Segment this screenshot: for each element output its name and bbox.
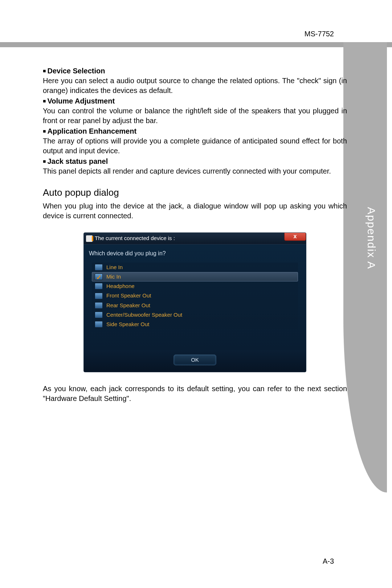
device-option-rear-speaker[interactable]: Rear Speaker Out — [92, 301, 298, 310]
dialog-footer: OK — [84, 350, 306, 372]
device-option-center-subwoofer[interactable]: Center/Subwoofer Speaker Out — [92, 310, 298, 320]
model-number: MS-7752 — [305, 30, 334, 38]
dialog-title: The current connected device is : — [95, 235, 175, 242]
section-body: Here you can select a audio output sourc… — [43, 76, 347, 96]
device-label: Side Speaker Out — [106, 321, 149, 328]
device-label: Rear Speaker Out — [106, 302, 150, 309]
device-label: Headphone — [106, 283, 135, 290]
device-icon — [95, 312, 103, 318]
speaker-icon — [86, 235, 93, 242]
dialog-spacer — [89, 329, 301, 347]
header-bar — [0, 42, 392, 47]
device-option-headphone[interactable]: Headphone — [92, 281, 298, 291]
device-icon — [95, 293, 103, 299]
device-label: Mic In — [106, 273, 121, 280]
content-area: Device Selection Here you can select a a… — [43, 65, 347, 404]
device-option-line-in[interactable]: Line In — [92, 263, 298, 272]
section-heading: Volume Adjustment — [43, 96, 347, 106]
device-icon — [95, 302, 103, 309]
device-option-side-speaker[interactable]: Side Speaker Out — [92, 320, 298, 329]
section-body: The array of options will provide you a … — [43, 136, 347, 156]
section-body: You can control the volume or balance th… — [43, 106, 347, 126]
section-heading: Device Selection — [43, 66, 347, 76]
device-option-front-speaker[interactable]: Front Speaker Out — [92, 291, 298, 300]
device-label: Front Speaker Out — [106, 292, 151, 299]
device-label: Line In — [106, 264, 123, 271]
document-page: MS-7752 Appendix A Device Selection Here… — [0, 0, 392, 588]
page-number: A-3 — [323, 557, 334, 565]
device-icon — [95, 264, 103, 271]
device-icon-checked — [95, 273, 103, 280]
auto-popup-title: Auto popup dialog — [43, 186, 347, 199]
section-heading: Jack status panel — [43, 157, 347, 166]
side-tab-label: Appendix A — [365, 207, 377, 269]
device-icon — [95, 283, 103, 289]
dialog-screenshot: The current connected device is : x Whic… — [43, 232, 347, 372]
device-option-mic-in[interactable]: Mic In — [92, 272, 298, 281]
close-button[interactable]: x — [284, 232, 306, 241]
ok-button[interactable]: OK — [173, 354, 216, 365]
footer-paragraph: As you know, each jack corresponds to it… — [43, 384, 347, 404]
device-list: Line In Mic In Headphone Front Spea — [92, 263, 298, 329]
device-dialog: The current connected device is : x Whic… — [83, 232, 306, 372]
dialog-titlebar: The current connected device is : x — [84, 233, 306, 244]
device-label: Center/Subwoofer Speaker Out — [106, 311, 182, 319]
dialog-body: Which device did you plug in? Line In Mi… — [84, 244, 306, 350]
device-icon — [95, 321, 103, 328]
section-body: This panel depicts all render and captur… — [43, 166, 347, 176]
auto-popup-body: When you plug into the device at the jac… — [43, 201, 347, 221]
dialog-question: Which device did you plug in? — [89, 250, 301, 257]
section-heading: Application Enhancement — [43, 126, 347, 136]
